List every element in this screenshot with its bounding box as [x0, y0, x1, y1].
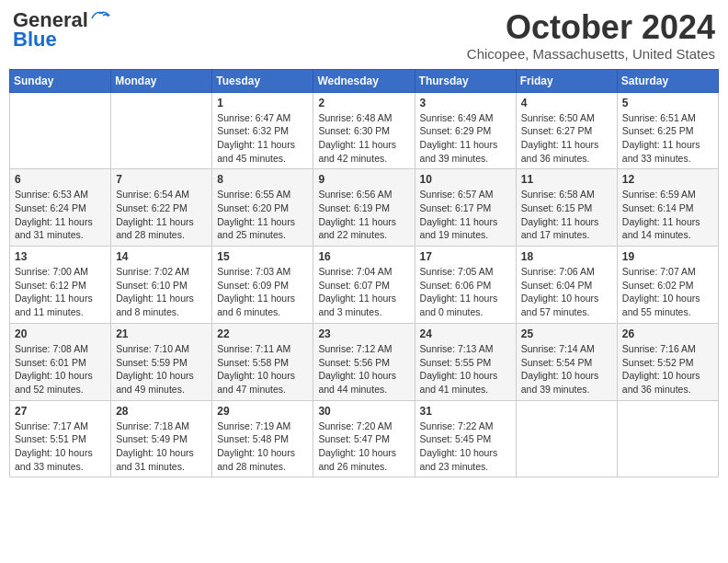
day-info: Sunrise: 6:51 AM Sunset: 6:25 PM Dayligh…: [622, 111, 713, 166]
calendar-cell: 23Sunrise: 7:12 AM Sunset: 5:56 PM Dayli…: [313, 323, 415, 400]
calendar-cell: 31Sunrise: 7:22 AM Sunset: 5:45 PM Dayli…: [415, 400, 516, 477]
calendar-cell: 9Sunrise: 6:56 AM Sunset: 6:19 PM Daylig…: [313, 169, 415, 247]
weekday-header-friday: Friday: [516, 69, 617, 92]
logo-bird-icon: [90, 9, 110, 24]
day-info: Sunrise: 7:17 AM Sunset: 5:51 PM Dayligh…: [15, 419, 106, 474]
day-number: 23: [318, 327, 409, 340]
calendar-cell: 2Sunrise: 6:48 AM Sunset: 6:30 PM Daylig…: [313, 92, 415, 169]
calendar-cell: 8Sunrise: 6:55 AM Sunset: 6:20 PM Daylig…: [212, 169, 313, 247]
location: Chicopee, Massachusetts, United States: [467, 46, 715, 62]
calendar-cell: 18Sunrise: 7:06 AM Sunset: 6:04 PM Dayli…: [516, 247, 617, 324]
day-info: Sunrise: 6:56 AM Sunset: 6:19 PM Dayligh…: [318, 188, 409, 242]
day-number: 17: [420, 250, 511, 263]
day-number: 6: [15, 173, 106, 186]
day-number: 24: [420, 327, 511, 340]
day-info: Sunrise: 6:58 AM Sunset: 6:15 PM Dayligh…: [521, 188, 612, 242]
day-number: 22: [217, 327, 308, 340]
day-number: 12: [622, 173, 713, 186]
calendar-cell: 15Sunrise: 7:03 AM Sunset: 6:09 PM Dayli…: [212, 247, 313, 324]
week-row-4: 20Sunrise: 7:08 AM Sunset: 6:01 PM Dayli…: [10, 323, 719, 400]
logo: General Blue: [13, 9, 110, 50]
weekday-header-row: SundayMondayTuesdayWednesdayThursdayFrid…: [10, 69, 719, 92]
day-info: Sunrise: 6:55 AM Sunset: 6:20 PM Dayligh…: [217, 188, 308, 242]
day-info: Sunrise: 7:12 AM Sunset: 5:56 PM Dayligh…: [318, 342, 409, 396]
day-info: Sunrise: 7:19 AM Sunset: 5:48 PM Dayligh…: [217, 419, 308, 474]
calendar-cell: [111, 92, 212, 169]
day-info: Sunrise: 6:49 AM Sunset: 6:29 PM Dayligh…: [420, 111, 511, 166]
calendar-cell: 19Sunrise: 7:07 AM Sunset: 6:02 PM Dayli…: [617, 247, 718, 324]
calendar-cell: 29Sunrise: 7:19 AM Sunset: 5:48 PM Dayli…: [212, 400, 313, 477]
calendar-cell: 22Sunrise: 7:11 AM Sunset: 5:58 PM Dayli…: [212, 323, 313, 400]
day-info: Sunrise: 6:59 AM Sunset: 6:14 PM Dayligh…: [622, 188, 713, 242]
day-number: 5: [622, 97, 713, 109]
weekday-header-thursday: Thursday: [415, 69, 516, 92]
day-info: Sunrise: 6:50 AM Sunset: 6:27 PM Dayligh…: [521, 111, 612, 166]
day-info: Sunrise: 7:10 AM Sunset: 5:59 PM Dayligh…: [116, 342, 207, 396]
weekday-header-saturday: Saturday: [617, 69, 718, 92]
calendar-cell: 17Sunrise: 7:05 AM Sunset: 6:06 PM Dayli…: [415, 247, 516, 324]
day-info: Sunrise: 7:08 AM Sunset: 6:01 PM Dayligh…: [15, 342, 106, 396]
weekday-header-wednesday: Wednesday: [313, 69, 415, 92]
weekday-header-tuesday: Tuesday: [212, 69, 313, 92]
week-row-3: 13Sunrise: 7:00 AM Sunset: 6:12 PM Dayli…: [10, 247, 719, 324]
day-info: Sunrise: 7:07 AM Sunset: 6:02 PM Dayligh…: [622, 265, 713, 319]
day-number: 3: [420, 97, 511, 109]
day-number: 18: [521, 250, 612, 263]
calendar-cell: 11Sunrise: 6:58 AM Sunset: 6:15 PM Dayli…: [516, 169, 617, 247]
calendar-cell: [10, 92, 111, 169]
day-number: 27: [15, 405, 106, 418]
calendar-cell: [516, 400, 617, 477]
calendar-cell: 28Sunrise: 7:18 AM Sunset: 5:49 PM Dayli…: [111, 400, 212, 477]
day-number: 28: [116, 405, 207, 418]
calendar-cell: 14Sunrise: 7:02 AM Sunset: 6:10 PM Dayli…: [111, 247, 212, 324]
calendar-cell: 6Sunrise: 6:53 AM Sunset: 6:24 PM Daylig…: [10, 169, 111, 247]
calendar-cell: 13Sunrise: 7:00 AM Sunset: 6:12 PM Dayli…: [10, 247, 111, 324]
calendar-cell: 25Sunrise: 7:14 AM Sunset: 5:54 PM Dayli…: [516, 323, 617, 400]
calendar-cell: 5Sunrise: 6:51 AM Sunset: 6:25 PM Daylig…: [617, 92, 718, 169]
calendar-cell: 27Sunrise: 7:17 AM Sunset: 5:51 PM Dayli…: [10, 400, 111, 477]
calendar-cell: 3Sunrise: 6:49 AM Sunset: 6:29 PM Daylig…: [415, 92, 516, 169]
day-info: Sunrise: 7:18 AM Sunset: 5:49 PM Dayligh…: [116, 419, 207, 474]
day-info: Sunrise: 7:14 AM Sunset: 5:54 PM Dayligh…: [521, 342, 612, 396]
day-number: 15: [217, 250, 308, 263]
calendar-cell: 24Sunrise: 7:13 AM Sunset: 5:55 PM Dayli…: [415, 323, 516, 400]
day-number: 1: [217, 97, 308, 109]
month-title: October 2024: [467, 9, 715, 46]
day-info: Sunrise: 7:04 AM Sunset: 6:07 PM Dayligh…: [318, 265, 409, 319]
day-number: 20: [15, 327, 106, 340]
day-info: Sunrise: 7:03 AM Sunset: 6:09 PM Dayligh…: [217, 265, 308, 319]
day-info: Sunrise: 6:53 AM Sunset: 6:24 PM Dayligh…: [15, 188, 106, 242]
calendar-cell: 16Sunrise: 7:04 AM Sunset: 6:07 PM Dayli…: [313, 247, 415, 324]
day-number: 9: [318, 173, 409, 186]
day-info: Sunrise: 7:16 AM Sunset: 5:52 PM Dayligh…: [622, 342, 713, 396]
day-number: 30: [318, 405, 409, 418]
calendar-cell: 7Sunrise: 6:54 AM Sunset: 6:22 PM Daylig…: [111, 169, 212, 247]
day-info: Sunrise: 6:57 AM Sunset: 6:17 PM Dayligh…: [420, 188, 511, 242]
calendar-table: SundayMondayTuesdayWednesdayThursdayFrid…: [9, 69, 719, 478]
day-info: Sunrise: 7:20 AM Sunset: 5:47 PM Dayligh…: [318, 419, 409, 474]
day-number: 2: [318, 97, 409, 109]
day-number: 10: [420, 173, 511, 186]
day-number: 14: [116, 250, 207, 263]
day-number: 31: [420, 405, 511, 418]
day-number: 26: [622, 327, 713, 340]
weekday-header-monday: Monday: [111, 69, 212, 92]
day-number: 29: [217, 405, 308, 418]
title-block: October 2024 Chicopee, Massachusetts, Un…: [467, 9, 715, 62]
logo-blue-text: Blue: [13, 29, 110, 50]
calendar-cell: 30Sunrise: 7:20 AM Sunset: 5:47 PM Dayli…: [313, 400, 415, 477]
calendar-cell: [617, 400, 718, 477]
day-info: Sunrise: 6:47 AM Sunset: 6:32 PM Dayligh…: [217, 111, 308, 166]
day-info: Sunrise: 7:02 AM Sunset: 6:10 PM Dayligh…: [116, 265, 207, 319]
day-info: Sunrise: 7:05 AM Sunset: 6:06 PM Dayligh…: [420, 265, 511, 319]
calendar-cell: 21Sunrise: 7:10 AM Sunset: 5:59 PM Dayli…: [111, 323, 212, 400]
day-number: 7: [116, 173, 207, 186]
calendar-cell: 20Sunrise: 7:08 AM Sunset: 6:01 PM Dayli…: [10, 323, 111, 400]
day-number: 11: [521, 173, 612, 186]
day-info: Sunrise: 7:22 AM Sunset: 5:45 PM Dayligh…: [420, 419, 511, 474]
week-row-1: 1Sunrise: 6:47 AM Sunset: 6:32 PM Daylig…: [10, 92, 719, 169]
day-info: Sunrise: 7:06 AM Sunset: 6:04 PM Dayligh…: [521, 265, 612, 319]
day-number: 25: [521, 327, 612, 340]
calendar-cell: 26Sunrise: 7:16 AM Sunset: 5:52 PM Dayli…: [617, 323, 718, 400]
day-number: 16: [318, 250, 409, 263]
